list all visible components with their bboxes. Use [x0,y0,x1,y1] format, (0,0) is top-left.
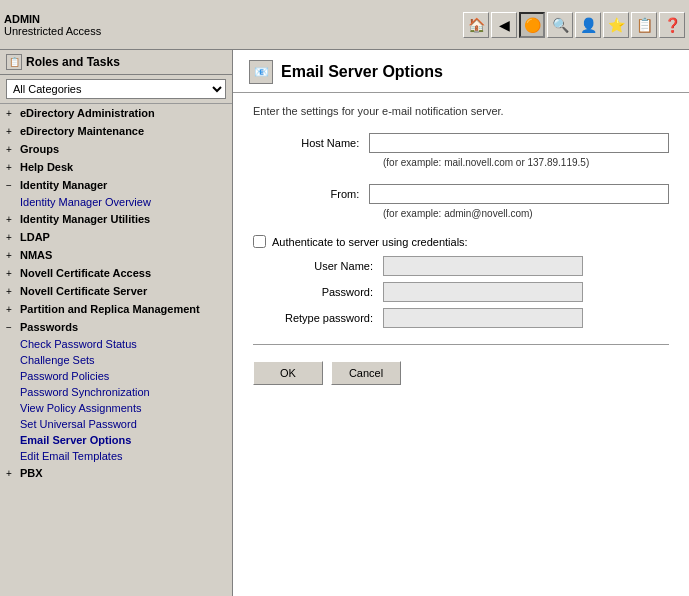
star-icon[interactable]: ⭐ [603,12,629,38]
sidebar-item-set-universal-password[interactable]: Set Universal Password [20,416,232,432]
expand-icon: + [6,232,16,243]
sidebar-item-identity-manager[interactable]: − Identity Manager [0,176,232,194]
expand-icon: + [6,250,16,261]
sidebar-item-view-policy-assignments[interactable]: View Policy Assignments [20,400,232,416]
sidebar-item-identity-manager-utilities[interactable]: + Identity Manager Utilities [0,210,232,228]
sidebar-item-groups[interactable]: + Groups [0,140,232,158]
sidebar-item-label: Identity Manager [20,179,107,191]
sidebar: 📋 Roles and Tasks All Categories + eDire… [0,50,233,596]
sidebar-item-label: NMAS [20,249,52,261]
home-icon[interactable]: 🏠 [463,12,489,38]
content-body: Enter the settings for your e-mail notif… [233,93,689,397]
button-row: OK Cancel [253,361,669,385]
authenticate-checkbox[interactable] [253,235,266,248]
sidebar-item-check-password-status[interactable]: Check Password Status [20,336,232,352]
sidebar-item-label: eDirectory Maintenance [20,125,144,137]
sidebar-item-password-policies[interactable]: Password Policies [20,368,232,384]
sidebar-item-novell-cert-server[interactable]: + Novell Certificate Server [0,282,232,300]
sidebar-item-edirectory-maint[interactable]: + eDirectory Maintenance [0,122,232,140]
admin-label: ADMIN [4,13,101,25]
sidebar-item-edit-email-templates[interactable]: Edit Email Templates [20,448,232,464]
sidebar-item-email-server-options[interactable]: Email Server Options [20,432,232,448]
expand-icon: + [6,468,16,479]
from-row: From: [253,184,669,204]
admin-info: ADMIN Unrestricted Access [4,13,101,37]
retype-password-label: Retype password: [253,312,383,324]
sidebar-item-ldap[interactable]: + LDAP [0,228,232,246]
sidebar-item-edirectory-admin[interactable]: + eDirectory Administration [0,104,232,122]
tasks-icon[interactable]: 📋 [631,12,657,38]
sidebar-item-identity-manager-overview[interactable]: Identity Manager Overview [20,194,232,210]
sidebar-item-label: Partition and Replica Management [20,303,200,315]
novell-icon[interactable]: 🟠 [519,12,545,38]
sidebar-item-label: Groups [20,143,59,155]
main-layout: 📋 Roles and Tasks All Categories + eDire… [0,50,689,596]
retype-password-row: Retype password: [253,308,669,328]
cancel-button[interactable]: Cancel [331,361,401,385]
expand-icon: + [6,304,16,315]
user-name-input[interactable] [383,256,583,276]
sidebar-item-label: Help Desk [20,161,73,173]
passwords-submenu: Check Password Status Challenge Sets Pas… [0,336,232,464]
ok-button[interactable]: OK [253,361,323,385]
sidebar-item-label: Novell Certificate Server [20,285,147,297]
sidebar-item-label: eDirectory Administration [20,107,155,119]
password-input[interactable] [383,282,583,302]
expand-icon: + [6,126,16,137]
back-icon[interactable]: ◀ [491,12,517,38]
host-name-label: Host Name: [253,137,369,149]
sidebar-item-passwords[interactable]: − Passwords [0,318,232,336]
category-dropdown[interactable]: All Categories [6,79,226,99]
host-name-row: Host Name: [253,133,669,153]
user-icon[interactable]: 👤 [575,12,601,38]
from-section: From: (for example: admin@novell.com) [253,184,669,219]
toolbar: 🏠 ◀ 🟠 🔍 👤 ⭐ 📋 ❓ [463,12,685,38]
sidebar-item-label: LDAP [20,231,50,243]
sidebar-item-pbx[interactable]: + PBX [0,464,232,482]
sidebar-item-help-desk[interactable]: + Help Desk [0,158,232,176]
sidebar-item-partition-replica[interactable]: + Partition and Replica Management [0,300,232,318]
expand-icon: − [6,322,16,333]
help-icon[interactable]: ❓ [659,12,685,38]
expand-icon: + [6,268,16,279]
expand-icon: + [6,214,16,225]
password-label: Password: [253,286,383,298]
from-input[interactable] [369,184,669,204]
content-description: Enter the settings for your e-mail notif… [253,105,669,117]
sidebar-item-nmas[interactable]: + NMAS [0,246,232,264]
email-server-icon: 📧 [249,60,273,84]
expand-icon: + [6,286,16,297]
unrestricted-label: Unrestricted Access [4,25,101,37]
host-name-hint: (for example: mail.novell.com or 137.89.… [383,157,669,168]
authenticate-row: Authenticate to server using credentials… [253,235,669,248]
retype-password-input[interactable] [383,308,583,328]
expand-icon: + [6,144,16,155]
credentials-section: User Name: Password: Retype password: [253,256,669,328]
expand-icon: − [6,180,16,191]
authenticate-label: Authenticate to server using credentials… [272,236,468,248]
sidebar-header: 📋 Roles and Tasks [0,50,232,75]
sidebar-item-label: Novell Certificate Access [20,267,151,279]
roles-icon: 📋 [6,54,22,70]
sidebar-title: Roles and Tasks [26,55,120,69]
content-header: 📧 Email Server Options [233,50,689,93]
content-area: 📧 Email Server Options Enter the setting… [233,50,689,596]
search-icon[interactable]: 🔍 [547,12,573,38]
expand-icon: + [6,162,16,173]
sidebar-item-label: PBX [20,467,43,479]
expand-icon: + [6,108,16,119]
host-name-input[interactable] [369,133,669,153]
category-dropdown-row: All Categories [0,75,232,104]
sidebar-item-label: Passwords [20,321,78,333]
sidebar-item-password-synchronization[interactable]: Password Synchronization [20,384,232,400]
divider [253,344,669,345]
sidebar-item-challenge-sets[interactable]: Challenge Sets [20,352,232,368]
page-title: Email Server Options [281,63,443,81]
user-name-row: User Name: [253,256,669,276]
sidebar-item-novell-cert-access[interactable]: + Novell Certificate Access [0,264,232,282]
host-name-section: Host Name: (for example: mail.novell.com… [253,133,669,168]
sidebar-content[interactable]: + eDirectory Administration + eDirectory… [0,104,232,596]
password-row: Password: [253,282,669,302]
from-label: From: [253,188,369,200]
top-bar: ADMIN Unrestricted Access 🏠 ◀ 🟠 🔍 👤 ⭐ 📋 … [0,0,689,50]
